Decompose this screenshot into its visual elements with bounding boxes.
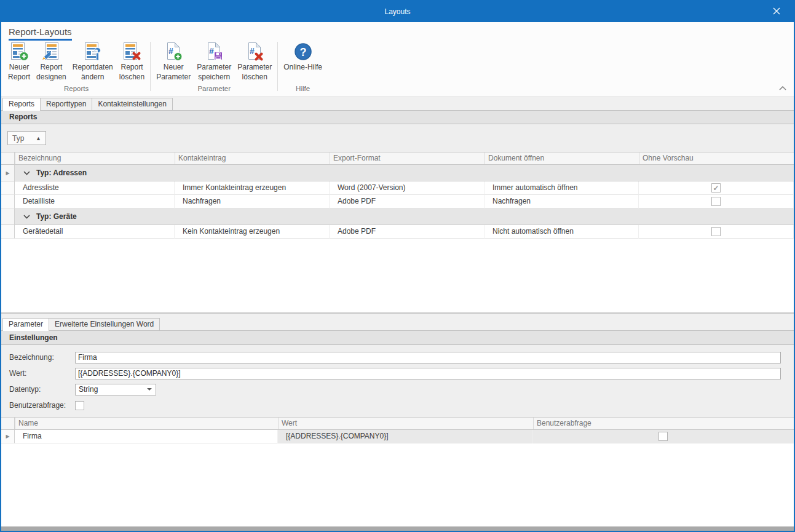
group-by-label: Typ [12,134,24,143]
ribbon-group-separator [277,42,278,91]
dropdown-arrow-icon [147,388,152,391]
table-row-detailliste[interactable]: Detailliste Nachfragen Adobe PDF Nachfra… [1,195,794,208]
tab-reports[interactable]: Reports [2,98,41,111]
cell-kontakteintrag[interactable]: Immer Kontakteintrag erzeugen [175,181,330,195]
reports-grid-empty-area [1,239,794,313]
chevron-up-icon [779,84,786,92]
sort-asc-icon: ▲ [36,135,41,141]
bezeichnung-field[interactable] [75,352,781,363]
reports-grid: Bezeichnung Kontakteintrag Export-Format… [1,152,794,239]
close-button[interactable] [764,1,789,22]
group-expand-icon[interactable] [23,169,30,177]
ohne-vorschau-checkbox[interactable] [711,197,721,206]
svg-text:#: # [168,46,173,56]
report-new-icon [9,42,29,62]
ribbon-group-label-hilfe: Hilfe [280,85,325,95]
parameter-grid-header: Name Wert Benutzerabfrage [1,417,794,430]
column-header-wert[interactable]: Wert [278,418,533,429]
datentyp-value: String [79,385,98,394]
cell-export-format[interactable]: Adobe PDF [330,195,485,208]
column-header-ohne-vorschau[interactable]: Ohne Vorschau [639,153,794,164]
group-row-label: Typ: Geräte [36,212,77,221]
cell-dokument-oeffnen[interactable]: Nicht automatisch öffnen [485,225,639,239]
ohne-vorschau-checkbox[interactable] [711,183,721,193]
bezeichnung-label: Bezeichnung: [9,353,75,362]
ribbon-page-tab[interactable]: Report-Layouts [9,26,72,41]
ribbon-tab-row: Report-Layouts [1,22,794,41]
svg-text:#: # [209,46,214,56]
ribbon-body: Neuer Report [1,41,794,95]
benutzerabfrage-checkbox[interactable] [75,401,84,410]
tab-kontakteinstellungen[interactable]: Kontakteinstellungen [92,98,172,110]
cell-kontakteintrag[interactable]: Nachfragen [175,195,330,208]
top-tabstrip: Reports Reporttypen Kontakteinstellungen [1,97,794,111]
column-header-dokument-oeffnen[interactable]: Dokument öffnen [485,153,639,164]
report-loeschen-button[interactable]: Report löschen [116,41,148,81]
wert-field[interactable] [75,368,781,379]
ribbon-group-separator [150,42,151,91]
cell-bezeichnung[interactable]: Gerätedetail [15,225,175,239]
wert-label: Wert: [9,369,75,378]
cell-bezeichnung[interactable]: Adressliste [15,181,175,195]
table-row-geraetedetail[interactable]: Gerätedetail Kein Kontakteintrag erzeuge… [1,225,794,239]
einstellungen-caption: Einstellungen [1,331,794,345]
ribbon-group-parameter: # Neuer Parameter [153,41,275,95]
group-by-typ-chip[interactable]: Typ ▲ [7,131,46,145]
group-expand-icon[interactable] [23,212,30,221]
parameter-new-icon: # [164,42,183,62]
column-header-benutzerabfrage[interactable]: Benutzerabfrage [533,418,794,429]
group-row-adressen[interactable]: ▶ Typ: Adressen [1,165,794,181]
cell-name[interactable]: Firma [15,430,278,443]
group-row-label: Typ: Adressen [36,169,87,177]
cell-kontakteintrag[interactable]: Kein Kontakteintrag erzeugen [175,225,330,239]
cell-dokument-oeffnen[interactable]: Nachfragen [485,195,639,208]
online-help-icon: ? [293,42,313,62]
cell-bezeichnung[interactable]: Detailliste [15,195,175,208]
cell-wert[interactable]: [{ADDRESSES}.{COMPANY0}] [278,430,533,443]
group-row-geraete[interactable]: Typ: Geräte [1,208,794,225]
row-indicator-icon: ▶ [6,170,9,176]
datentyp-label: Datentyp: [9,385,75,394]
parameter-save-icon: # [204,42,224,62]
cell-dokument-oeffnen[interactable]: Immer automatisch öffnen [485,181,639,195]
column-header-bezeichnung[interactable]: Bezeichnung [15,153,175,164]
tab-reporttypen[interactable]: Reporttypen [40,98,92,110]
ribbon: Report-Layouts [1,22,794,97]
ribbon-group-reports: Neuer Report [5,41,148,95]
tab-erweiterte-einstellungen-word[interactable]: Erweiterte Einstellungen Word [49,318,160,330]
datentyp-dropdown[interactable]: String [75,384,156,395]
reports-panel-caption: Reports [1,111,794,124]
group-by-area: Typ ▲ [1,124,794,152]
table-row-firma[interactable]: ▶ Firma [{ADDRESSES}.{COMPANY0}] [1,430,794,443]
row-indicator-header [1,418,15,429]
report-delete-icon [122,42,141,62]
bottom-strip [1,526,794,531]
benutzerabfrage-row-checkbox[interactable] [659,432,668,441]
report-design-icon [41,42,61,62]
online-hilfe-button[interactable]: ? Online-Hilfe [280,41,325,73]
bottom-tabstrip: Parameter Erweiterte Einstellungen Word [1,313,794,331]
cell-export-format[interactable]: Word (2007-Version) [330,181,485,195]
report-designen-button[interactable]: Report designen [33,41,69,81]
table-row-adressliste[interactable]: Adressliste Immer Kontakteintrag erzeuge… [1,181,794,195]
close-icon [772,7,781,17]
reports-grid-header: Bezeichnung Kontakteintrag Export-Format… [1,152,794,165]
parameter-loeschen-button[interactable]: # Parameter löschen [234,41,275,81]
reportdaten-aendern-button[interactable]: Reportdaten ändern [69,41,116,81]
svg-text:#: # [250,46,255,56]
parameter-form: Bezeichnung: Wert: Datentyp: String Benu… [1,345,794,417]
column-header-export-format[interactable]: Export-Format [330,153,485,164]
report-edit-icon [83,42,103,62]
row-indicator-icon: ▶ [6,434,9,439]
parameter-speichern-button[interactable]: # Parameter speichern [194,41,234,81]
window-title: Layouts [384,7,410,16]
ribbon-collapse-button[interactable] [778,84,788,92]
neuer-parameter-button[interactable]: # Neuer Parameter [153,41,194,81]
ohne-vorschau-checkbox[interactable] [711,227,721,236]
parameter-grid: Name Wert Benutzerabfrage ▶ Firma [{ADDR… [1,417,794,443]
neuer-report-button[interactable]: Neuer Report [5,41,33,81]
cell-export-format[interactable]: Adobe PDF [330,225,485,239]
column-header-name[interactable]: Name [15,418,278,429]
tab-parameter[interactable]: Parameter [2,318,49,331]
column-header-kontakteintrag[interactable]: Kontakteintrag [175,153,330,164]
